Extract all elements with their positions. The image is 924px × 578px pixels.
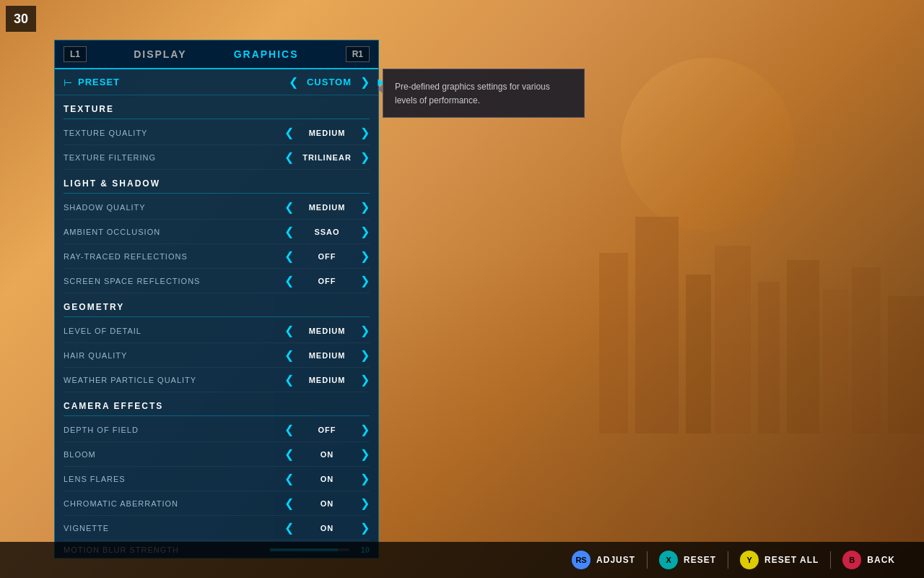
ambient-occlusion-controls: ❮ SSAO ❯: [284, 225, 370, 238]
weather-particle-quality-label: WEATHER PARTICLE QUALITY: [64, 376, 284, 384]
back-button-icon: B: [842, 551, 861, 569]
divider-2: [728, 551, 728, 569]
lens-flares-value: ON: [298, 475, 356, 483]
tab-graphics[interactable]: GRAPHICS: [234, 48, 299, 60]
screen-space-reflections-value: OFF: [298, 277, 356, 285]
depth-of-field-controls: ❮ OFF ❯: [284, 423, 370, 436]
chromatic-aberration-left[interactable]: ❮: [284, 496, 294, 510]
shadow-quality-value: MEDIUM: [298, 203, 356, 212]
bloom-controls: ❮ ON ❯: [284, 447, 370, 461]
settings-panel: L1 DISPLAY GRAPHICS R1 ⊢ PRESET ❮ CUSTOM…: [54, 40, 379, 558]
shadow-quality-controls: ❮ MEDIUM ❯: [284, 200, 370, 214]
texture-quality-value: MEDIUM: [298, 129, 356, 137]
vignette-right[interactable]: ❯: [360, 521, 370, 535]
tooltip-text: Pre-defined graphics settings for variou…: [395, 82, 550, 105]
ray-traced-reflections-left[interactable]: ❮: [284, 249, 294, 263]
tab-display[interactable]: DISPLAY: [134, 48, 186, 60]
ambient-occlusion-left[interactable]: ❮: [284, 225, 294, 238]
r1-button[interactable]: R1: [346, 46, 370, 62]
setting-depth-of-field: DEPTH OF FIELD ❮ OFF ❯: [64, 418, 370, 442]
preset-arrow-left[interactable]: ❮: [289, 75, 298, 89]
adjust-action[interactable]: RS ADJUST: [572, 551, 635, 569]
divider-3: [830, 551, 831, 569]
chromatic-aberration-right[interactable]: ❯: [360, 496, 370, 510]
panel-content: TEXTURE TEXTURE QUALITY ❮ MEDIUM ❯ TEXTU…: [55, 95, 378, 558]
shadow-quality-label: SHADOW QUALITY: [64, 203, 284, 212]
preset-arrow-right[interactable]: ❯: [360, 75, 370, 89]
hair-quality-right[interactable]: ❯: [360, 348, 370, 362]
preset-value-area: ❮ CUSTOM ❯: [289, 75, 370, 89]
setting-weather-particle-quality: WEATHER PARTICLE QUALITY ❮ MEDIUM ❯: [64, 368, 370, 392]
lens-flares-left[interactable]: ❮: [284, 472, 294, 486]
svg-rect-7: [823, 289, 848, 434]
reset-button-icon: X: [659, 551, 678, 569]
ray-traced-reflections-value: OFF: [298, 252, 356, 261]
svg-rect-4: [715, 246, 751, 434]
texture-quality-right[interactable]: ❯: [360, 126, 370, 139]
level-of-detail-label: LEVEL OF DETAIL: [64, 327, 284, 335]
ray-traced-reflections-controls: ❮ OFF ❯: [284, 249, 370, 263]
preset-tooltip: Pre-defined graphics settings for variou…: [383, 69, 585, 118]
texture-filtering-right[interactable]: ❯: [360, 150, 370, 164]
texture-filtering-controls: ❮ TRILINEAR ❯: [284, 150, 370, 164]
screen-space-reflections-controls: ❮ OFF ❯: [284, 274, 370, 288]
texture-quality-controls: ❮ MEDIUM ❯: [284, 126, 370, 139]
ambient-occlusion-label: AMBIENT OCCLUSION: [64, 228, 284, 236]
section-camera-effects-header: CAMERA EFFECTS: [64, 392, 370, 416]
texture-quality-label: TEXTURE QUALITY: [64, 129, 284, 137]
svg-rect-2: [635, 217, 679, 434]
l1-button[interactable]: L1: [64, 46, 87, 62]
section-light-shadow-header: LIGHT & SHADOW: [64, 170, 370, 194]
reset-all-button-label: RESET ALL: [764, 555, 819, 565]
reset-all-action[interactable]: Y RESET ALL: [740, 551, 819, 569]
divider-1: [647, 551, 648, 569]
preset-value: CUSTOM: [304, 77, 354, 87]
weather-particle-quality-right[interactable]: ❯: [360, 373, 370, 387]
lens-flares-label: LENS FLARES: [64, 475, 284, 483]
section-geometry-header: GEOMETRY: [64, 293, 370, 317]
vignette-left[interactable]: ❮: [284, 521, 294, 535]
screen-space-reflections-right[interactable]: ❯: [360, 274, 370, 288]
tab-header: L1 DISPLAY GRAPHICS R1: [55, 40, 378, 69]
lens-flares-right[interactable]: ❯: [360, 472, 370, 486]
texture-filtering-left[interactable]: ❮: [284, 150, 294, 164]
level-of-detail-left[interactable]: ❮: [284, 324, 294, 337]
level-of-detail-controls: ❮ MEDIUM ❯: [284, 324, 370, 337]
depth-of-field-right[interactable]: ❯: [360, 423, 370, 436]
ambient-occlusion-right[interactable]: ❯: [360, 225, 370, 238]
svg-rect-5: [758, 282, 780, 434]
hair-quality-left[interactable]: ❮: [284, 348, 294, 362]
svg-rect-3: [686, 275, 711, 434]
shadow-quality-left[interactable]: ❮: [284, 200, 294, 214]
reset-action[interactable]: X RESET: [659, 551, 716, 569]
shadow-quality-right[interactable]: ❯: [360, 200, 370, 214]
texture-quality-left[interactable]: ❮: [284, 126, 294, 139]
vignette-controls: ❮ ON ❯: [284, 521, 370, 535]
svg-rect-9: [888, 296, 924, 434]
depth-of-field-left[interactable]: ❮: [284, 423, 294, 436]
weather-particle-quality-left[interactable]: ❮: [284, 373, 294, 387]
preset-icon: ⊢: [64, 77, 72, 88]
back-action[interactable]: B BACK: [842, 551, 895, 569]
preset-label: PRESET: [78, 77, 289, 87]
level-of-detail-right[interactable]: ❯: [360, 324, 370, 337]
chromatic-aberration-label: CHROMATIC ABERRATION: [64, 499, 284, 508]
corner-number: 30: [6, 6, 36, 32]
bloom-left[interactable]: ❮: [284, 447, 294, 461]
bottom-bar: RS ADJUST X RESET Y RESET ALL B BACK: [0, 542, 924, 578]
vignette-value: ON: [298, 524, 356, 532]
bloom-right[interactable]: ❯: [360, 447, 370, 461]
setting-lens-flares: LENS FLARES ❮ ON ❯: [64, 467, 370, 491]
screen-space-reflections-left[interactable]: ❮: [284, 274, 294, 288]
svg-rect-6: [787, 260, 819, 434]
setting-ray-traced-reflections: RAY-TRACED REFLECTIONS ❮ OFF ❯: [64, 244, 370, 269]
reset-all-button-icon: Y: [740, 551, 759, 569]
texture-filtering-value: TRILINEAR: [298, 153, 356, 162]
adjust-button-label: ADJUST: [596, 555, 635, 565]
screen-space-reflections-label: SCREEN SPACE REFLECTIONS: [64, 277, 284, 285]
setting-vignette: VIGNETTE ❮ ON ❯: [64, 516, 370, 540]
svg-rect-8: [852, 267, 881, 434]
depth-of-field-label: DEPTH OF FIELD: [64, 426, 284, 434]
ray-traced-reflections-right[interactable]: ❯: [360, 249, 370, 263]
adjust-button-icon: RS: [572, 551, 590, 569]
